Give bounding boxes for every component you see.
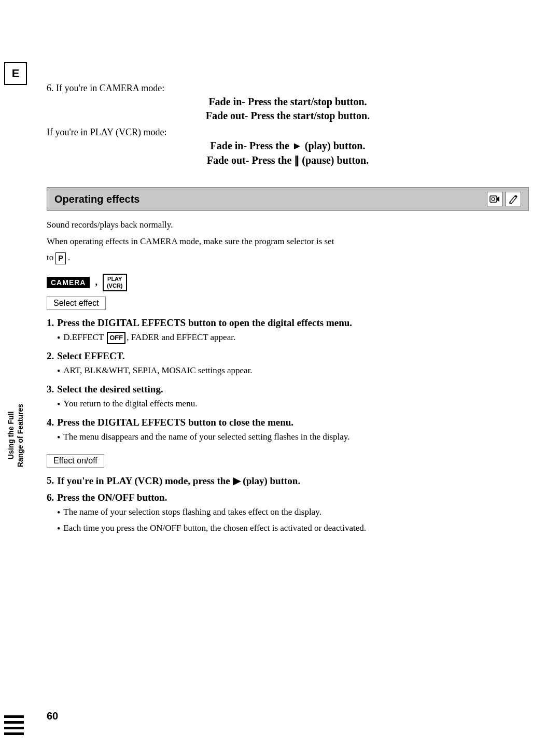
step-5-title: 5. If you're in PLAY (VCR) mode, press t… — [47, 475, 529, 487]
body-line1: Sound records/plays back normally. — [47, 218, 529, 232]
page-number: 60 — [47, 710, 58, 722]
step-2-text: Select EFFECT. — [57, 350, 125, 362]
step-6-bullet-2: • Each time you press the ON/OFF button,… — [57, 521, 529, 536]
step6-fade-in-play: Fade in- Press the ► (play) button. — [47, 140, 529, 152]
svg-point-2 — [492, 197, 495, 201]
pencil-icon — [508, 194, 519, 204]
step6-header: 6. If you're in CAMERA mode: Fade in- Pr… — [47, 83, 529, 179]
main-content: 6. If you're in CAMERA mode: Fade in- Pr… — [47, 31, 529, 536]
bullet-dot: • — [57, 331, 60, 345]
e-label: E — [4, 62, 27, 85]
camera-badge: CAMERA — [47, 277, 90, 288]
step-4-num: 4. — [47, 417, 54, 428]
step-5-text: If you're in PLAY (VCR) mode, press the … — [57, 475, 300, 487]
bullet-dot: • — [57, 431, 60, 445]
body-line2b: to P . — [47, 251, 529, 264]
step-6-final-num: 6. — [47, 492, 54, 503]
step-1-title: 1. Press the DIGITAL EFFECTS button to o… — [47, 317, 529, 329]
step-6-final: 6. Press the ON/OFF button. • The name o… — [47, 492, 529, 536]
step-2-num: 2. — [47, 350, 54, 362]
camera-icon-box — [487, 192, 502, 206]
step-3-bullet-1: • You return to the digital effects menu… — [57, 397, 529, 412]
off-box: OFF — [107, 332, 125, 344]
step-2-bullet-1: • ART, BLK&WHT, SEPIA, MOSAIC settings a… — [57, 364, 529, 378]
step6-fade-out-camera: Fade out- Press the start/stop button. — [47, 110, 529, 122]
step-2-title: 2. Select EFFECT. — [47, 350, 529, 362]
step-1-bullet-text: D.EFFECT OFF, FADER and EFFECT appear. — [63, 331, 235, 344]
step-2-bullet-text: ART, BLK&WHT, SEPIA, MOSAIC settings app… — [63, 364, 252, 377]
comma: , — [95, 277, 97, 288]
bullet-dot: • — [57, 522, 60, 536]
step-3-title: 3. Select the desired setting. — [47, 384, 529, 395]
step-2: 2. Select EFFECT. • ART, BLK&WHT, SEPIA,… — [47, 350, 529, 378]
select-effect-box: Select effect — [47, 297, 106, 310]
page-container: E Using the Full Range of Features 6. If… — [0, 0, 560, 748]
sidebar-rotated-text: Using the Full Range of Features — [6, 404, 25, 467]
step-6-final-text: Press the ON/OFF button. — [57, 492, 167, 503]
select-effect-wrapper: Select effect — [47, 297, 529, 317]
step-6-bullet-1: • The name of your selection stops flash… — [57, 505, 529, 520]
step-6-bullet-text-2: Each time you press the ON/OFF button, t… — [63, 521, 366, 535]
step-4-bullet-1: • The menu disappears and the name of yo… — [57, 430, 529, 445]
step-1-num: 1. — [47, 317, 54, 329]
step6-play-intro: If you're in PLAY (VCR) mode: — [47, 127, 529, 138]
step-3-bullet-text: You return to the digital effects menu. — [63, 397, 197, 411]
effect-onoff-wrapper: Effect on/off — [47, 450, 529, 475]
step-3-num: 3. — [47, 384, 54, 395]
play-vcr-badge: PLAY (VCR) — [103, 274, 127, 291]
step-1: 1. Press the DIGITAL EFFECTS button to o… — [47, 317, 529, 345]
sidebar-line-1 — [4, 715, 24, 718]
step-3: 3. Select the desired setting. • You ret… — [47, 384, 529, 412]
operating-effects-title: Operating effects — [54, 193, 139, 205]
step-6-final-title: 6. Press the ON/OFF button. — [47, 492, 529, 503]
step-1-bullet-1: • D.EFFECT OFF, FADER and EFFECT appear. — [57, 331, 529, 345]
step-1-text: Press the DIGITAL EFFECTS button to open… — [57, 317, 352, 329]
step-5: 5. If you're in PLAY (VCR) mode, press t… — [47, 475, 529, 487]
sidebar-line-4 — [4, 732, 24, 735]
bullet-dot: • — [57, 398, 60, 412]
left-sidebar: E Using the Full Range of Features — [0, 0, 31, 748]
sidebar-line-3 — [4, 727, 24, 729]
step-4-bullet-text: The menu disappears and the name of your… — [63, 430, 349, 444]
operating-effects-icons — [487, 192, 521, 206]
p-label-box: P — [55, 252, 65, 264]
step6-fade-out-play: Fade out- Press the ‖ (pause) button. — [47, 154, 529, 166]
sidebar-rotated-text-container: Using the Full Range of Features — [0, 363, 31, 508]
badge-row: CAMERA , PLAY (VCR) — [47, 274, 529, 291]
step-6-bullet-text-1: The name of your selection stops flashin… — [63, 505, 321, 519]
sidebar-line-2 — [4, 721, 24, 724]
effect-onoff-box: Effect on/off — [47, 454, 104, 468]
pencil-icon-box — [506, 192, 521, 206]
step-4-title: 4. Press the DIGITAL EFFECTS button to c… — [47, 417, 529, 428]
step-4-text: Press the DIGITAL EFFECTS button to clos… — [57, 417, 293, 428]
step-3-text: Select the desired setting. — [57, 384, 163, 395]
step-4: 4. Press the DIGITAL EFFECTS button to c… — [47, 417, 529, 445]
step6-fade-in-camera: Fade in- Press the start/stop button. — [47, 96, 529, 108]
step6-camera-intro: 6. If you're in CAMERA mode: — [47, 83, 529, 94]
sidebar-lines — [0, 715, 24, 735]
step-5-num: 5. — [47, 475, 54, 487]
operating-effects-bar: Operating effects — [47, 187, 529, 211]
bullet-dot: • — [57, 364, 60, 378]
bullet-dot: • — [57, 506, 60, 520]
svg-rect-0 — [490, 196, 497, 202]
camera-icon — [489, 194, 500, 204]
body-line2: When operating effects in CAMERA mode, m… — [47, 235, 529, 248]
